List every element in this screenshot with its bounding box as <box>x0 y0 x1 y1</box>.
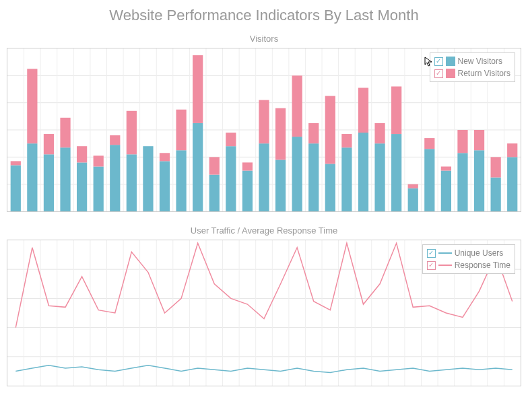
svg-rect-43 <box>77 162 87 211</box>
svg-rect-36 <box>11 161 21 165</box>
swatch-new-visitors <box>446 57 455 66</box>
svg-rect-65 <box>259 143 269 211</box>
svg-rect-79 <box>374 143 385 211</box>
svg-rect-56 <box>176 110 186 151</box>
svg-rect-83 <box>408 188 418 211</box>
svg-rect-78 <box>358 88 368 133</box>
svg-rect-67 <box>275 160 286 211</box>
legend-visitors: ✓ New Visitors ✓ Return Visitors <box>430 53 515 82</box>
svg-rect-63 <box>242 171 253 212</box>
svg-rect-94 <box>491 157 501 177</box>
svg-rect-41 <box>60 147 70 211</box>
svg-rect-91 <box>474 150 484 211</box>
svg-rect-62 <box>226 133 236 146</box>
svg-rect-85 <box>424 149 434 211</box>
svg-rect-68 <box>275 108 286 160</box>
checkbox-icon[interactable]: ✓ <box>427 261 436 270</box>
svg-rect-69 <box>292 137 302 211</box>
svg-rect-92 <box>474 130 484 150</box>
checkbox-icon[interactable]: ✓ <box>427 249 436 258</box>
legend-label: Return Visitors <box>458 69 510 78</box>
checkbox-icon[interactable]: ✓ <box>434 69 443 78</box>
svg-rect-39 <box>44 154 54 211</box>
svg-rect-76 <box>341 134 352 147</box>
svg-rect-37 <box>27 143 37 211</box>
svg-rect-42 <box>60 118 70 147</box>
swatch-return-visitors <box>446 69 455 78</box>
svg-rect-53 <box>160 161 170 211</box>
svg-rect-60 <box>209 157 220 174</box>
svg-rect-82 <box>391 86 401 134</box>
svg-rect-77 <box>358 133 368 211</box>
svg-rect-38 <box>27 69 37 143</box>
swatch-response-time <box>438 265 452 266</box>
svg-rect-72 <box>308 123 319 143</box>
svg-rect-73 <box>325 164 335 211</box>
checkbox-icon[interactable]: ✓ <box>434 57 443 66</box>
svg-rect-35 <box>11 165 21 211</box>
svg-rect-89 <box>457 153 467 211</box>
legend-row-new-visitors[interactable]: ✓ New Visitors <box>434 55 510 67</box>
legend-traffic: ✓ Unique Users ✓ Response Time <box>422 244 515 274</box>
chart-visitors-title: Visitors <box>0 34 528 44</box>
legend-row-response-time[interactable]: ✓ Response Time <box>427 259 510 271</box>
svg-rect-47 <box>110 145 120 211</box>
legend-row-return-visitors[interactable]: ✓ Return Visitors <box>434 67 510 79</box>
legend-row-unique-users[interactable]: ✓ Unique Users <box>427 247 510 259</box>
chart-visitors: ✓ New Visitors ✓ Return Visitors <box>7 48 521 212</box>
svg-rect-54 <box>160 153 170 161</box>
swatch-unique-users <box>438 252 452 254</box>
legend-label: Unique Users <box>455 248 504 258</box>
svg-rect-74 <box>325 96 335 164</box>
svg-rect-86 <box>424 138 434 149</box>
svg-rect-81 <box>391 134 401 211</box>
svg-rect-64 <box>242 162 253 170</box>
svg-rect-70 <box>292 75 302 137</box>
svg-rect-50 <box>127 111 137 155</box>
svg-rect-40 <box>44 134 54 154</box>
svg-rect-55 <box>176 150 186 211</box>
page-title: Website Performance Indicators By Last M… <box>0 0 528 34</box>
svg-rect-75 <box>341 147 352 211</box>
svg-rect-87 <box>441 171 451 212</box>
svg-rect-66 <box>259 100 269 144</box>
legend-label: New Visitors <box>458 57 502 66</box>
svg-rect-44 <box>77 146 87 162</box>
svg-rect-46 <box>94 155 104 166</box>
svg-rect-96 <box>507 143 517 157</box>
svg-rect-90 <box>457 130 467 153</box>
chart-traffic-title: User Traffic / Average Response Time <box>0 225 528 236</box>
legend-label: Response Time <box>455 260 510 270</box>
svg-rect-61 <box>226 146 236 211</box>
svg-rect-51 <box>143 146 153 211</box>
svg-rect-57 <box>193 123 203 211</box>
svg-rect-84 <box>408 184 418 188</box>
svg-rect-95 <box>507 157 517 211</box>
svg-rect-88 <box>441 166 451 170</box>
svg-rect-49 <box>127 154 137 211</box>
svg-rect-48 <box>110 135 120 145</box>
svg-rect-80 <box>374 123 385 143</box>
svg-rect-58 <box>193 55 203 123</box>
svg-rect-71 <box>308 143 319 211</box>
chart-traffic: ✓ Unique Users ✓ Response Time <box>7 240 521 386</box>
svg-rect-59 <box>209 175 220 211</box>
svg-rect-93 <box>491 178 501 211</box>
svg-rect-45 <box>94 166 104 211</box>
